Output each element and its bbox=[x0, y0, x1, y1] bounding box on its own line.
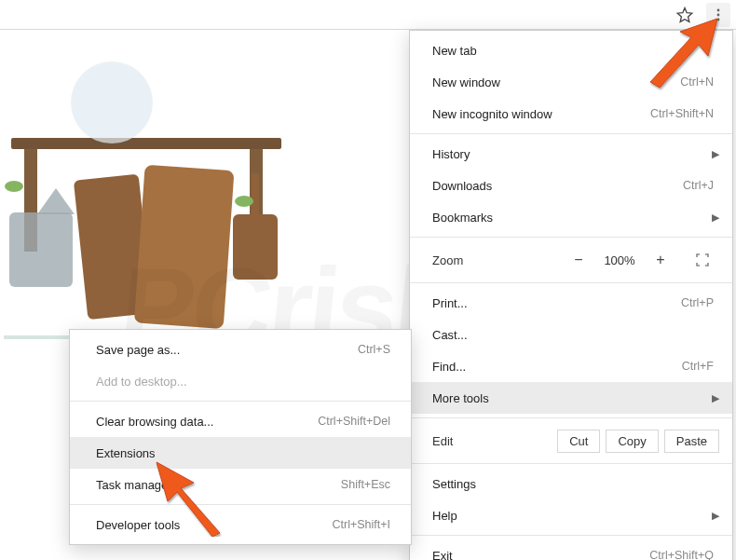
menu-label: Cast... bbox=[432, 328, 714, 342]
menu-item-exit[interactable]: Exit Ctrl+Shift+Q bbox=[410, 540, 732, 560]
submenu-item-developer-tools[interactable]: Developer tools Ctrl+Shift+I bbox=[70, 509, 411, 540]
edit-label: Edit bbox=[432, 434, 552, 448]
submenu-item-save-page[interactable]: Save page as... Ctrl+S bbox=[70, 334, 411, 365]
more-tools-submenu: Save page as... Ctrl+S Add to desktop...… bbox=[69, 329, 412, 545]
menu-label: Exit bbox=[432, 549, 649, 561]
menu-label: Task manager bbox=[96, 478, 172, 492]
menu-label: Settings bbox=[432, 477, 714, 491]
menu-separator bbox=[410, 417, 732, 418]
fullscreen-icon[interactable] bbox=[686, 253, 719, 267]
chevron-right-icon: ▶ bbox=[712, 212, 719, 224]
menu-separator bbox=[70, 504, 411, 505]
submenu-item-extensions[interactable]: Extensions bbox=[70, 437, 411, 469]
menu-item-new-window[interactable]: New window Ctrl+N bbox=[410, 66, 732, 98]
menu-zoom-row: Zoom − 100% + bbox=[410, 241, 732, 279]
chevron-right-icon: ▶ bbox=[712, 148, 719, 160]
menu-label: Extensions bbox=[96, 446, 156, 460]
menu-label: Find... bbox=[432, 360, 682, 374]
svg-rect-11 bbox=[252, 173, 259, 218]
menu-separator bbox=[410, 133, 732, 134]
menu-item-help[interactable]: Help ▶ bbox=[410, 499, 732, 531]
submenu-item-clear-browsing-data[interactable]: Clear browsing data... Ctrl+Shift+Del bbox=[70, 405, 411, 437]
zoom-label: Zoom bbox=[432, 253, 561, 267]
svg-rect-3 bbox=[11, 138, 281, 149]
menu-item-bookmarks[interactable]: Bookmarks ▶ bbox=[410, 201, 732, 233]
chrome-menu-button[interactable] bbox=[706, 3, 730, 27]
menu-label: Clear browsing data... bbox=[96, 415, 213, 429]
menu-item-new-incognito[interactable]: New incognito window Ctrl+Shift+N bbox=[410, 98, 732, 130]
svg-point-13 bbox=[235, 196, 253, 207]
zoom-out-button[interactable]: − bbox=[561, 247, 596, 273]
menu-separator bbox=[410, 282, 732, 283]
chevron-right-icon: ▶ bbox=[712, 510, 719, 522]
menu-shortcut: Ctrl+Shift+N bbox=[650, 107, 714, 120]
menu-shortcut: Ctrl+Shift+I bbox=[332, 518, 390, 531]
menu-shortcut: Ctrl+F bbox=[682, 360, 714, 373]
menu-item-new-tab[interactable]: New tab bbox=[410, 34, 732, 66]
menu-label: Downloads bbox=[432, 179, 683, 193]
menu-shortcut: Shift+Esc bbox=[341, 478, 390, 491]
zoom-value: 100% bbox=[596, 253, 643, 267]
menu-shortcut: Ctrl+Shift+Q bbox=[649, 549, 714, 560]
copy-button[interactable]: Copy bbox=[606, 430, 658, 453]
paste-button[interactable]: Paste bbox=[664, 430, 719, 453]
menu-shortcut: Ctrl+P bbox=[681, 296, 714, 309]
menu-shortcut: Ctrl+N bbox=[680, 75, 714, 89]
submenu-item-add-desktop: Add to desktop... bbox=[70, 365, 411, 397]
menu-label: New tab bbox=[432, 44, 714, 58]
menu-separator bbox=[70, 401, 411, 402]
menu-label: History bbox=[432, 147, 714, 161]
menu-item-history[interactable]: History ▶ bbox=[410, 138, 732, 170]
menu-label: More tools bbox=[432, 391, 714, 405]
zoom-in-button[interactable]: + bbox=[643, 247, 678, 273]
menu-separator bbox=[410, 237, 732, 238]
menu-shortcut: Ctrl+S bbox=[358, 343, 390, 356]
bookmark-star-icon[interactable] bbox=[673, 3, 697, 27]
svg-point-6 bbox=[71, 61, 153, 143]
menu-item-downloads[interactable]: Downloads Ctrl+J bbox=[410, 170, 732, 201]
menu-separator bbox=[410, 463, 732, 464]
menu-label: Bookmarks bbox=[432, 211, 714, 225]
svg-rect-7 bbox=[9, 212, 73, 287]
menu-label: Save page as... bbox=[96, 343, 180, 357]
svg-rect-10 bbox=[233, 214, 278, 280]
menu-edit-row: Edit Cut Copy Paste bbox=[410, 422, 732, 459]
chevron-right-icon: ▶ bbox=[712, 392, 719, 404]
menu-shortcut: Ctrl+J bbox=[683, 179, 714, 192]
svg-point-0 bbox=[717, 8, 720, 11]
menu-item-print[interactable]: Print... Ctrl+P bbox=[410, 287, 732, 319]
menu-item-more-tools[interactable]: More tools ▶ bbox=[410, 382, 732, 414]
submenu-item-task-manager[interactable]: Task manager Shift+Esc bbox=[70, 469, 411, 500]
svg-rect-9 bbox=[134, 165, 235, 329]
menu-separator bbox=[410, 535, 732, 536]
menu-label: New window bbox=[432, 75, 680, 89]
menu-label: New incognito window bbox=[432, 107, 650, 121]
menu-label: Add to desktop... bbox=[96, 375, 187, 389]
svg-point-12 bbox=[5, 181, 23, 192]
chrome-main-menu: New tab New window Ctrl+N New incognito … bbox=[409, 30, 733, 560]
svg-point-2 bbox=[717, 18, 720, 20]
menu-label: Help bbox=[432, 509, 714, 523]
menu-item-find[interactable]: Find... Ctrl+F bbox=[410, 350, 732, 382]
menu-shortcut: Ctrl+Shift+Del bbox=[318, 415, 390, 428]
browser-toolbar bbox=[0, 0, 736, 30]
cut-button[interactable]: Cut bbox=[557, 430, 600, 453]
menu-item-cast[interactable]: Cast... bbox=[410, 319, 732, 350]
menu-item-settings[interactable]: Settings bbox=[410, 468, 732, 499]
svg-point-1 bbox=[717, 13, 720, 16]
menu-label: Print... bbox=[432, 296, 681, 310]
menu-label: Developer tools bbox=[96, 518, 180, 532]
